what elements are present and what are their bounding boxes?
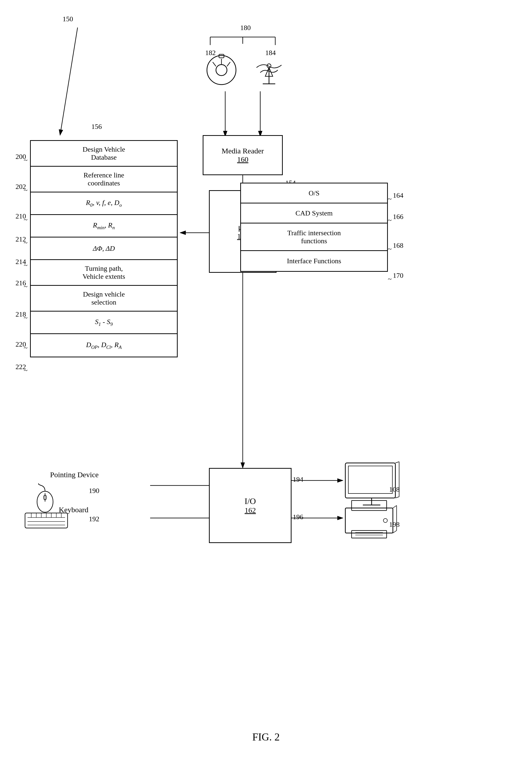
memory-row-218: Design vehicleselection <box>31 286 177 312</box>
svg-point-54 <box>383 518 387 522</box>
memory-row-210: R0, v, f, e, Do <box>31 192 177 215</box>
keyboard-icon <box>24 510 69 530</box>
svg-point-19 <box>216 64 227 75</box>
ref-194: 194 <box>293 476 303 484</box>
ref-198: 198 <box>389 520 400 528</box>
ref-180: 180 <box>240 24 251 32</box>
svg-line-56 <box>393 530 397 533</box>
media-reader-box: Media Reader 160 <box>203 135 283 175</box>
svg-line-2 <box>60 28 77 135</box>
media-reader-label: Media Reader <box>221 147 264 155</box>
svg-rect-49 <box>345 508 393 533</box>
svg-line-55 <box>393 505 397 508</box>
ref-170: 170 <box>393 272 403 279</box>
memory-row-220: S1 - S9 <box>31 312 177 334</box>
memory-row-214: ΔΦ, ΔD <box>31 238 177 260</box>
svg-line-46 <box>395 462 399 463</box>
software-row-os: O/S <box>241 183 387 203</box>
memory-block: Design VehicleDatabase Reference linecoo… <box>30 140 178 357</box>
ref-168: 168 <box>393 242 403 250</box>
ref-164: 164 <box>393 191 403 199</box>
ref-190: 190 <box>89 487 99 495</box>
software-row-cad: CAD System <box>241 203 387 223</box>
mouse-icon <box>33 483 57 513</box>
ref-196: 196 <box>293 513 303 521</box>
svg-rect-42 <box>345 463 395 498</box>
svg-rect-20 <box>219 54 224 58</box>
ref-150: 150 <box>62 15 73 23</box>
signal-icon <box>253 54 285 86</box>
media-reader-num: 160 <box>237 155 249 164</box>
svg-rect-50 <box>352 500 386 510</box>
io-num: 162 <box>245 506 256 514</box>
ref-192: 192 <box>89 515 99 523</box>
disk-icon <box>205 54 238 86</box>
figure-label: FIG. 2 <box>252 731 280 743</box>
pointing-device-label: Pointing Device <box>50 471 99 479</box>
svg-rect-43 <box>348 466 392 493</box>
memory-row-200: Design VehicleDatabase <box>31 141 177 167</box>
memory-row-216: Turning path,Vehicle extents <box>31 260 177 286</box>
io-box: I/O 162 <box>209 468 291 543</box>
software-row-interface: Interface Functions <box>241 251 387 271</box>
io-label: I/O <box>245 496 256 506</box>
svg-line-22 <box>227 62 230 66</box>
software-block: O/S CAD System Traffic intersectionfunct… <box>240 183 388 272</box>
ref-156: 156 <box>91 123 102 131</box>
svg-rect-51 <box>352 530 386 538</box>
memory-row-202: Reference linecoordinates <box>31 167 177 192</box>
ref-166: 166 <box>393 213 403 221</box>
software-row-traffic: Traffic intersectionfunctions <box>241 223 387 251</box>
memory-row-212: Rmin, Rn <box>31 215 177 238</box>
memory-row-222: DOP, DCl, RA <box>31 334 177 357</box>
svg-line-23 <box>213 62 216 66</box>
ref-108: 108 <box>389 486 400 493</box>
